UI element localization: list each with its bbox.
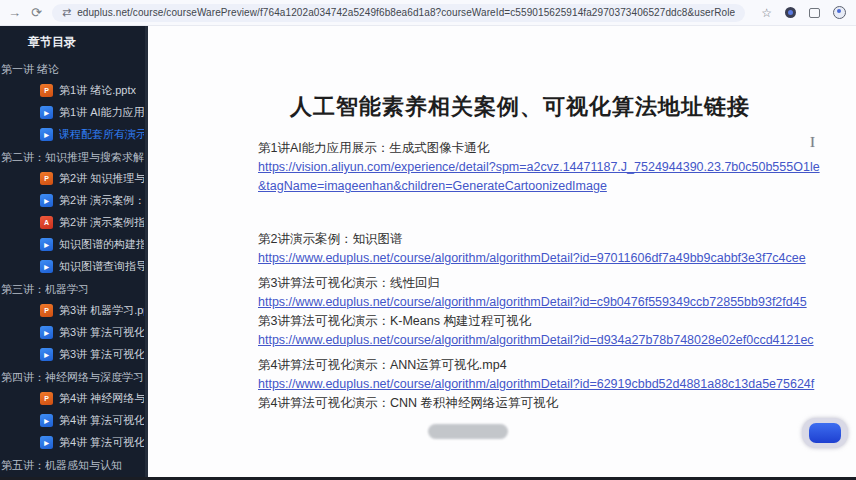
content-entry: 第3讲算法可视化演示：K-Means 构建过程可视化 https://www.e…: [258, 312, 824, 350]
sidebar-section-4[interactable]: 第四讲：神经网络与深度学习: [0, 367, 148, 387]
address-bar[interactable]: ⇄ eduplus.net/course/courseWarePreview/f…: [52, 4, 745, 22]
sidebar-item-label: 第1讲 AI能力应用展示：生成: [59, 105, 144, 120]
entry-link[interactable]: https://www.eduplus.net/course/algorithm…: [258, 293, 824, 312]
pptx-file-icon: P: [40, 304, 53, 317]
url-text[interactable]: eduplus.net/course/courseWarePreview/f76…: [77, 7, 735, 18]
sidebar-item-label: 第4讲 神经网络与深度学习.pp: [59, 391, 144, 406]
sidebar-item-label: 第1讲 绪论.pptx: [59, 83, 136, 98]
sidebar-title: 章节目录: [0, 26, 148, 57]
sidebar-item-label: 第4讲 算法可视化演示：ANN: [59, 413, 144, 428]
text-cursor-ibeam: I: [810, 134, 815, 151]
content-entry: 第2讲演示案例：知识图谱 https://www.eduplus.net/cou…: [258, 230, 824, 268]
video-file-icon: ▶: [40, 260, 53, 273]
sidebar-item[interactable]: P 第3讲 机器学习.pptx: [0, 299, 148, 321]
video-file-icon: ▶: [40, 238, 53, 251]
content-entry: 第3讲算法可视化演示：线性回归 https://www.eduplus.net/…: [258, 274, 824, 312]
sidebar-item-label: 第3讲 机器学习.pptx: [59, 303, 144, 318]
sidebar-item[interactable]: ▶ 知识图谱查询指导.mp4: [0, 255, 148, 277]
sidebar-item-selected[interactable]: ▶ 课程配套所有演示案例及算法: [0, 123, 148, 145]
sidebar-item[interactable]: ▶ 第3讲 算法可视化演示：K-Me: [0, 343, 148, 365]
entry-heading: 第2讲演示案例：知识图谱: [258, 230, 824, 249]
content-entry: 第4讲算法可视化演示：CNN 卷积神经网络运算可视化: [258, 394, 824, 413]
video-file-icon: ▶: [40, 326, 53, 339]
reload-button[interactable]: ⟳: [31, 6, 42, 19]
side-panel-icon[interactable]: [809, 8, 820, 18]
sidebar-item[interactable]: ▶ 第4讲 算法可视化演示：CNN: [0, 431, 148, 453]
bookmark-star-icon[interactable]: ☆: [761, 6, 772, 20]
sidebar-item-label: 课程配套所有演示案例及算法: [59, 127, 144, 142]
video-file-icon: ▶: [40, 414, 53, 427]
sidebar-item[interactable]: P 第2讲 知识推理与搜索求解.pp: [0, 167, 148, 189]
sidebar-item[interactable]: P 第1讲 绪论.pptx: [0, 79, 148, 101]
video-file-icon: ▶: [40, 436, 53, 449]
content-entry: 第1讲AI能力应用展示：生成式图像卡通化 https://vision.aliy…: [258, 139, 824, 196]
pptx-file-icon: P: [40, 172, 53, 185]
floating-assistant-widget[interactable]: [802, 418, 848, 448]
sidebar-item-label: 知识图谱的构建指导.mp4: [59, 237, 144, 252]
sidebar-scrollbar[interactable]: [145, 26, 148, 480]
sidebar-item-label: 第4讲 算法可视化演示：CNN: [59, 435, 144, 450]
entry-heading: 第4讲算法可视化演示：ANN运算可视化.mp4: [258, 356, 824, 375]
pdf-file-icon: A: [40, 216, 53, 229]
entry-heading: 第3讲算法可视化演示：线性回归: [258, 274, 824, 293]
courseware-preview-pane: 人工智能素养相关案例、可视化算法地址链接 第1讲AI能力应用展示：生成式图像卡通…: [148, 26, 856, 480]
sidebar-item-label: 第2讲 演示案例指导：知识图: [59, 215, 144, 230]
forward-button[interactable]: →: [8, 6, 21, 19]
sidebar-item-label: 第2讲 演示案例：知识图谱.mp: [59, 193, 144, 208]
sidebar-item[interactable]: ▶ 第2讲 演示案例：知识图谱.mp: [0, 189, 148, 211]
selection-highlight-artifact: [428, 424, 508, 439]
entry-link[interactable]: https://www.eduplus.net/course/algorithm…: [258, 249, 824, 268]
browser-toolbar: → ⟳ ⇄ eduplus.net/course/courseWarePrevi…: [0, 0, 856, 26]
site-info-icon[interactable]: ⇄: [62, 6, 71, 19]
entry-heading: 第1讲AI能力应用展示：生成式图像卡通化: [258, 139, 824, 158]
sidebar-item-label: 第2讲 知识推理与搜索求解.pp: [59, 171, 144, 186]
entry-heading: 第4讲算法可视化演示：CNN 卷积神经网络运算可视化: [258, 394, 824, 413]
video-file-icon: ▶: [40, 106, 53, 119]
sidebar-item-label: 第3讲 算法可视化演示：K-Me: [59, 347, 144, 362]
entry-link[interactable]: https://www.eduplus.net/course/algorithm…: [258, 375, 824, 394]
extension-icon[interactable]: [785, 7, 796, 18]
sidebar-item-label: 知识图谱查询指导.mp4: [59, 259, 144, 274]
pptx-file-icon: P: [40, 84, 53, 97]
sidebar-item[interactable]: ▶ 第1讲 AI能力应用展示：生成: [0, 101, 148, 123]
sidebar-section-5[interactable]: 第五讲：机器感知与认知: [0, 455, 148, 475]
sidebar-section-1[interactable]: 第一讲 绪论: [0, 59, 148, 79]
toolbar-right-icons: ☆: [761, 6, 846, 20]
entry-heading: 第3讲算法可视化演示：K-Means 构建过程可视化: [258, 312, 824, 331]
sidebar-item-label: 第3讲 算法可视化演示：线性: [59, 325, 144, 340]
sidebar-item[interactable]: ▶ 第4讲 算法可视化演示：ANN: [0, 409, 148, 431]
sidebar-item[interactable]: A 第2讲 演示案例指导：知识图: [0, 211, 148, 233]
video-file-icon: ▶: [40, 194, 53, 207]
sidebar-item[interactable]: P 第4讲 神经网络与深度学习.pp: [0, 387, 148, 409]
video-file-icon: ▶: [40, 348, 53, 361]
sidebar-section-2[interactable]: 第二讲：知识推理与搜索求解: [0, 147, 148, 167]
sidebar-section-3[interactable]: 第三讲：机器学习: [0, 279, 148, 299]
sidebar-item[interactable]: ▶ 第3讲 算法可视化演示：线性: [0, 321, 148, 343]
entry-link[interactable]: https://vision.aliyun.com/experience/det…: [258, 158, 824, 196]
video-file-icon: ▶: [40, 128, 53, 141]
chapter-sidebar: 章节目录 第一讲 绪论 P 第1讲 绪论.pptx ▶ 第1讲 AI能力应用展示…: [0, 26, 148, 480]
document-body: 第1讲AI能力应用展示：生成式图像卡通化 https://vision.aliy…: [258, 139, 824, 413]
page-title: 人工智能素养相关案例、可视化算法地址链接: [148, 92, 856, 122]
sidebar-item[interactable]: ▶ 知识图谱的构建指导.mp4: [0, 233, 148, 255]
entry-link[interactable]: https://www.eduplus.net/course/algorithm…: [258, 331, 824, 350]
profile-avatar-icon[interactable]: [833, 6, 846, 19]
pptx-file-icon: P: [40, 392, 53, 405]
content-entry: 第4讲算法可视化演示：ANN运算可视化.mp4 https://www.edup…: [258, 356, 824, 394]
